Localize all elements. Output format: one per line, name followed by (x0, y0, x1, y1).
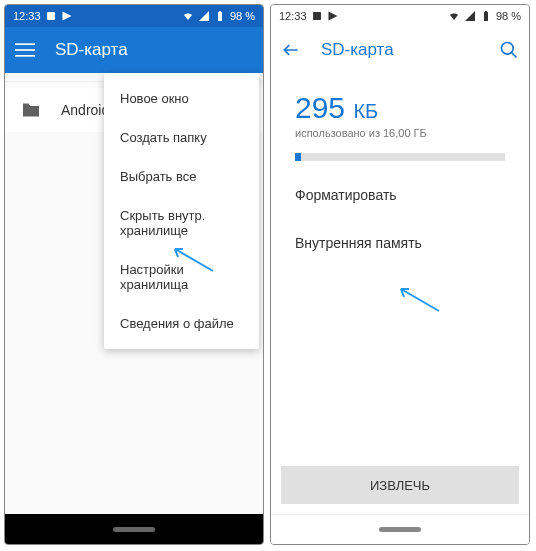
battery-pct: 98 % (230, 10, 255, 22)
storage-summary: 295 КБ использовано из 16,00 ГБ (271, 73, 529, 171)
svg-rect-5 (15, 55, 35, 57)
usage-bar (295, 153, 505, 161)
svg-point-9 (502, 43, 514, 55)
nav-bar (271, 514, 529, 544)
app-bar: SD-карта (271, 27, 529, 73)
nav-pill[interactable] (113, 527, 155, 532)
status-bar: 12:33 98 % (5, 5, 263, 27)
svg-rect-1 (218, 12, 222, 21)
wifi-icon (448, 10, 460, 22)
play-icon (327, 10, 339, 22)
nav-pill[interactable] (379, 527, 421, 532)
menu-create-folder[interactable]: Создать папку (104, 118, 259, 157)
overflow-menu: Новое окно Создать папку Выбрать все Скр… (104, 73, 259, 349)
menu-hide-internal[interactable]: Скрыть внутр. хранилище (104, 196, 259, 250)
battery-pct: 98 % (496, 10, 521, 22)
content: Android Новое окно Создать папку Выбрать… (5, 73, 263, 514)
menu-file-info[interactable]: Сведения о файле (104, 304, 259, 343)
search-icon[interactable] (497, 38, 521, 62)
appbar-title: SD-карта (55, 40, 255, 60)
folder-label: Android (61, 102, 109, 118)
battery-icon (214, 10, 226, 22)
status-time: 12:33 (13, 10, 41, 22)
storage-value: 295 (295, 91, 345, 124)
storage-subtext: использовано из 16,00 ГБ (295, 127, 505, 139)
appbar-title: SD-карта (321, 40, 479, 60)
app-bar: SD-карта (5, 27, 263, 73)
status-time: 12:33 (279, 10, 307, 22)
content: 295 КБ использовано из 16,00 ГБ Форматир… (271, 73, 529, 514)
menu-storage-settings[interactable]: Настройки хранилища (104, 250, 259, 304)
screenshot-icon (311, 10, 323, 22)
nav-bar (5, 514, 263, 544)
storage-unit: КБ (353, 100, 378, 122)
folder-icon (21, 102, 41, 118)
status-bar: 12:33 98 % (271, 5, 529, 27)
svg-rect-6 (313, 12, 321, 20)
svg-rect-3 (15, 43, 35, 45)
svg-rect-7 (484, 12, 488, 21)
menu-select-all[interactable]: Выбрать все (104, 157, 259, 196)
option-internal[interactable]: Внутренняя память (271, 219, 529, 267)
eject-button[interactable]: ИЗВЛЕЧЬ (281, 466, 519, 504)
back-icon[interactable] (279, 38, 303, 62)
svg-rect-4 (15, 49, 35, 51)
signal-icon (464, 10, 476, 22)
usage-bar-fill (295, 153, 301, 161)
arrow-annotation (391, 283, 441, 313)
phone-right: 12:33 98 % SD-карта 295 КБ использовано … (270, 4, 530, 545)
phone-left: 12:33 98 % SD-карта Android Новое окно С… (4, 4, 264, 545)
menu-new-window[interactable]: Новое окно (104, 79, 259, 118)
svg-rect-0 (47, 12, 55, 20)
svg-rect-2 (219, 11, 221, 12)
option-format[interactable]: Форматировать (271, 171, 529, 219)
svg-rect-8 (485, 11, 487, 12)
wifi-icon (182, 10, 194, 22)
screenshot-icon (45, 10, 57, 22)
play-icon (61, 10, 73, 22)
signal-icon (198, 10, 210, 22)
hamburger-icon[interactable] (13, 38, 37, 62)
battery-icon (480, 10, 492, 22)
